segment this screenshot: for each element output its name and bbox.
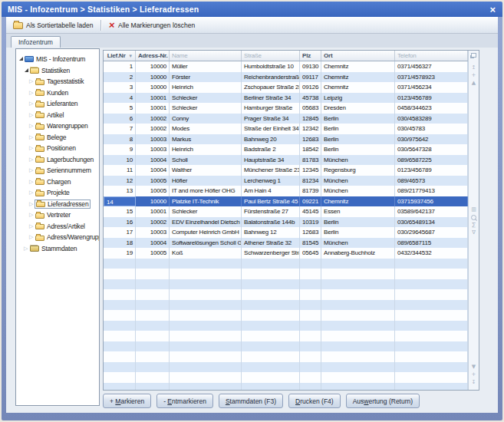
table-row[interactable]: 1910005KoßSchwarzenberger Straße05645Ann… xyxy=(104,248,468,259)
cell: 10003 xyxy=(136,144,170,155)
cell xyxy=(242,300,300,311)
table-row[interactable]: 610002ConnyPrager Straße 3412845Berlin03… xyxy=(104,114,468,124)
tree-item-projekte[interactable]: Projekte xyxy=(16,187,99,199)
expand-arrow-icon[interactable] xyxy=(29,223,35,229)
cell xyxy=(395,321,468,331)
toolbar: Als Sortiertabelle laden×Alle Markierung… xyxy=(6,17,498,34)
table-row[interactable]: 1410000Platzke IT-TechnikPaul Bertz Stra… xyxy=(104,196,468,207)
tree-item-chargen[interactable]: Chargen xyxy=(16,176,99,188)
drucken-button[interactable]: Drucken (F4) xyxy=(288,394,341,408)
cell xyxy=(136,362,170,373)
tree-item-adress-warengruppen[interactable]: Adress/Warengruppen xyxy=(16,232,99,243)
tree-item-belege[interactable]: Belege xyxy=(16,132,99,143)
expand-arrow-icon[interactable] xyxy=(29,78,35,84)
expand-arrow-icon[interactable] xyxy=(29,123,35,129)
column-header-adress-nr[interactable]: Adress-Nr. xyxy=(136,51,170,61)
clear-marks-button[interactable]: ×Alle Markierungen löschen xyxy=(105,18,199,32)
expand-arrow-icon[interactable] xyxy=(24,246,30,252)
scroll-top-icon[interactable]: ↥ xyxy=(469,64,479,71)
cell: 19 xyxy=(104,248,136,259)
expand-arrow-icon[interactable] xyxy=(29,145,35,151)
table-row[interactable]: 510001SchleckerHamburger Straße05683Dres… xyxy=(104,103,468,114)
expand-arrow-icon[interactable] xyxy=(29,157,35,163)
tree-item-positionen[interactable]: Positionen xyxy=(16,143,99,154)
table-row[interactable]: 1710003Computer Heinrich GmbHBahnweg 121… xyxy=(104,227,468,238)
column-header-telefon[interactable]: Telefon xyxy=(395,51,468,61)
cell xyxy=(104,259,136,269)
scroll-page-up-icon[interactable]: + xyxy=(469,71,479,79)
tree-item-lieferanten[interactable]: Lieferanten xyxy=(16,98,99,110)
tree-item-vertreter[interactable]: Vertreter xyxy=(16,209,99,221)
scroll-bottom-icon[interactable]: ↧ xyxy=(469,378,479,386)
columns-icon[interactable]: ▥ xyxy=(469,206,479,213)
cell: Hamburger Straße xyxy=(242,103,300,114)
table-row[interactable]: 410001SchleckerBerliner Straße 3445738Le… xyxy=(104,93,468,104)
collapse-arrow-icon[interactable] xyxy=(18,56,25,62)
table-row[interactable]: 1310005IT and more Höfler OHGAm Hain 481… xyxy=(104,186,468,196)
cell xyxy=(136,279,170,290)
column-chooser-icon[interactable] xyxy=(471,53,476,58)
cell: 089/21779413 xyxy=(395,186,468,196)
cell: 05683 xyxy=(300,103,321,114)
table-row[interactable]: 710002ModesStraße der Einheit 3412342Ber… xyxy=(104,124,468,134)
table-row[interactable]: 1210005HöflerLerchenweg 181234München089… xyxy=(104,176,468,186)
expand-arrow-icon[interactable] xyxy=(29,101,35,107)
expand-arrow-icon[interactable] xyxy=(29,90,35,96)
tab-infozentrum[interactable]: Infozentrum xyxy=(11,36,61,48)
expand-arrow-icon[interactable] xyxy=(29,134,35,140)
cell: 030/4583289 xyxy=(395,114,468,124)
empty-row xyxy=(104,269,468,279)
cell xyxy=(104,289,136,300)
tree-item-stammdaten[interactable]: Stammdaten xyxy=(16,243,99,255)
tree-item-statistiken[interactable]: Statistiken xyxy=(16,65,99,77)
expand-arrow-icon[interactable] xyxy=(29,179,35,185)
tree-item-label: Artikel xyxy=(47,111,64,119)
empty-row xyxy=(104,300,468,311)
tree-item-seriennummern[interactable]: Seriennummern xyxy=(16,165,99,176)
scroll-page-down-icon[interactable]: + xyxy=(469,371,479,378)
table-row[interactable]: 310000HeinrichZschopauer Straße 28009126… xyxy=(104,82,468,93)
table-row[interactable]: 810003MarkusBahnweg 2012683Berlin030/975… xyxy=(104,134,468,145)
tree-item-lagerbuchungen[interactable]: Lagerbuchungen xyxy=(16,154,99,166)
auswertung-button[interactable]: Auswertung (Return) xyxy=(346,394,420,408)
cell: 10003 xyxy=(136,227,170,238)
filter-icon[interactable]: ∇ xyxy=(469,229,479,236)
column-header-lief-nr[interactable]: Lief.Nr▼ xyxy=(104,51,136,61)
table-row[interactable]: 210000FörsterReichenbranderstraße 309117… xyxy=(104,72,468,83)
tree-item-mis-infozentrum[interactable]: MIS - Infozentrum xyxy=(16,54,99,65)
expand-arrow-icon[interactable] xyxy=(29,234,35,240)
markieren-button[interactable]: + Markieren xyxy=(103,394,151,408)
sum-icon[interactable]: ∑ xyxy=(469,221,479,229)
cell xyxy=(321,300,395,311)
table-row[interactable]: 1510001SchleckerFürstenstraße 2745145Ess… xyxy=(104,206,468,217)
column-header-straße[interactable]: Straße xyxy=(242,51,300,61)
table-row[interactable]: 1110004WaltherMünchener Straße 2312345Re… xyxy=(104,165,468,176)
tree-item-tagesstatistik[interactable]: Tagesstatistik xyxy=(16,76,99,87)
close-icon[interactable]: × xyxy=(487,5,498,15)
column-header-ort[interactable]: Ort xyxy=(321,51,395,61)
tree-item-warengruppen[interactable]: Warengruppen xyxy=(16,120,99,132)
tree-item-kunden[interactable]: Kunden xyxy=(16,87,99,99)
load-sort-table-button[interactable]: Als Sortiertabelle laden xyxy=(9,18,97,32)
table-row[interactable]: 910003HeinrichBadstraße 218542Berlin030/… xyxy=(104,144,468,155)
expand-arrow-icon[interactable] xyxy=(29,190,35,196)
scroll-down-icon[interactable]: ▼ xyxy=(469,363,479,371)
column-header-name[interactable]: Name xyxy=(170,51,242,61)
column-header-label: Ort xyxy=(324,52,332,59)
tree-item-lieferadressen[interactable]: Lieferadressen xyxy=(16,199,99,210)
stammdaten-button[interactable]: Stammdaten (F3) xyxy=(219,394,283,408)
scroll-up-icon[interactable]: ▲ xyxy=(469,79,479,87)
search-icon[interactable] xyxy=(469,213,479,221)
column-header-plz[interactable]: Plz xyxy=(300,51,321,61)
table-row[interactable]: 1610002EDV Einzelhandel Dietsch GmbBalat… xyxy=(104,217,468,228)
expand-arrow-icon[interactable] xyxy=(29,212,35,218)
table-row[interactable]: 1010004SchollHauptstraße 3481783München0… xyxy=(104,155,468,166)
tree-item-adress-artikel[interactable]: Adress/Artikel xyxy=(16,221,99,232)
collapse-arrow-icon[interactable] xyxy=(24,68,30,74)
expand-arrow-icon[interactable] xyxy=(29,112,35,118)
expand-arrow-icon[interactable] xyxy=(29,167,35,173)
table-row[interactable]: 1810004Softwarelösungen Scholl GmbAthene… xyxy=(104,238,468,249)
tree-item-artikel[interactable]: Artikel xyxy=(16,110,99,121)
table-row[interactable]: 110000MüllerHumboldtstraße 1009130Chemni… xyxy=(104,61,468,72)
entmarkieren-button[interactable]: - Entmarkieren xyxy=(156,394,213,408)
